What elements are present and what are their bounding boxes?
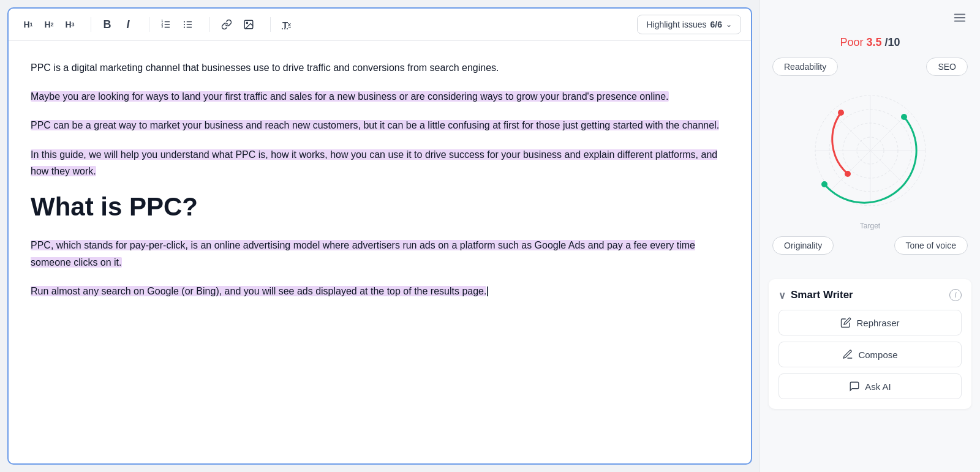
compose-label: Compose (858, 350, 897, 360)
highlighted-text-6: Run almost any search on Google (or Bing… (31, 286, 486, 296)
paragraph-6: Run almost any search on Google (or Bing… (31, 283, 729, 299)
ask-ai-label: Ask AI (865, 381, 891, 392)
media-group (216, 15, 259, 34)
score-section: Poor 3.5 /10 Readability SEO (760, 36, 980, 279)
smart-writer-title-group: ∨ Smart Writer (778, 289, 853, 301)
smart-writer-section: ∨ Smart Writer i Rephraser Compose Ask A… (769, 279, 971, 409)
list-group: 123 (156, 15, 198, 34)
toolbar-separator-1 (91, 17, 91, 32)
italic-button[interactable]: I (118, 15, 138, 34)
score-total: /10 (885, 36, 900, 48)
bold-button[interactable]: B (97, 15, 117, 34)
ordered-list-button[interactable]: 123 (156, 15, 176, 34)
radar-chart (803, 83, 938, 218)
svg-text:3: 3 (162, 25, 164, 28)
collapse-icon: ∨ (778, 290, 786, 301)
score-display: Poor 3.5 /10 (840, 36, 900, 49)
svg-point-9 (184, 21, 185, 22)
paragraph-3: PPC can be a great way to market your bu… (31, 117, 729, 133)
editor-panel: H1 H2 H3 B I 123 (7, 7, 752, 465)
sidebar-header (760, 0, 980, 36)
text-format-group: B I (97, 15, 138, 34)
h2-button[interactable]: H2 (39, 15, 59, 34)
highlight-count: 6/6 (710, 20, 722, 29)
heading-what-is-ppc: What is PPC? (31, 192, 729, 222)
toolbar-separator-4 (270, 17, 271, 32)
smart-writer-header: ∨ Smart Writer i (778, 289, 962, 301)
readability-pill[interactable]: Readability (772, 58, 838, 76)
info-icon: i (949, 289, 962, 301)
chevron-down-icon: ⌄ (726, 20, 732, 29)
paragraph-1: PPC is a digital marketing channel that … (31, 59, 729, 76)
paragraph-4: In this guide, we will help you understa… (31, 146, 729, 179)
editor-content-area[interactable]: PPC is a digital marketing channel that … (9, 41, 751, 463)
svg-point-27 (901, 114, 907, 120)
svg-point-28 (821, 181, 827, 187)
sidebar-menu-button[interactable] (951, 9, 969, 30)
h3-button[interactable]: H3 (60, 15, 80, 34)
highlight-issues-label: Highlight issues (646, 20, 706, 29)
originality-pill[interactable]: Originality (772, 236, 834, 255)
svg-point-26 (838, 110, 844, 116)
paragraph-2: Maybe you are looking for ways to land y… (31, 88, 729, 105)
heading-group: H1 H2 H3 (18, 15, 80, 34)
tone-of-voice-pill[interactable]: Tone of voice (894, 236, 968, 255)
ask-ai-button[interactable]: Ask AI (778, 373, 962, 399)
toolbar-separator-3 (209, 17, 210, 32)
target-label: Target (860, 222, 880, 230)
svg-point-13 (246, 22, 247, 23)
svg-point-11 (184, 26, 185, 28)
clear-format-button[interactable]: Tx (277, 15, 296, 34)
image-button[interactable] (238, 15, 259, 34)
highlighted-text-5: PPC, which stands for pay-per-click, is … (31, 240, 695, 267)
h1-button[interactable]: H1 (18, 15, 38, 34)
right-sidebar: Poor 3.5 /10 Readability SEO (760, 0, 980, 472)
score-quality-label: Poor (840, 36, 863, 48)
link-button[interactable] (216, 15, 237, 34)
svg-point-10 (184, 24, 185, 25)
seo-pill[interactable]: SEO (926, 58, 968, 76)
smart-writer-title-label: Smart Writer (791, 289, 853, 301)
rephraser-label: Rephraser (856, 318, 899, 328)
editor-toolbar: H1 H2 H3 B I 123 (9, 9, 751, 41)
highlighted-text-3: PPC can be a great way to market your bu… (31, 120, 719, 130)
rephraser-button[interactable]: Rephraser (778, 310, 962, 335)
svg-point-25 (845, 171, 851, 177)
highlighted-text-2: Maybe you are looking for ways to land y… (31, 91, 669, 102)
score-number: 3.5 (866, 36, 881, 48)
cursor (487, 287, 488, 296)
bottom-metrics-row: Originality Tone of voice (772, 236, 968, 255)
paragraph-5: PPC, which stands for pay-per-click, is … (31, 237, 729, 270)
highlight-issues-button[interactable]: Highlight issues 6/6 ⌄ (637, 15, 741, 34)
highlighted-text-4: In this guide, we will help you understa… (31, 149, 717, 176)
top-metrics-row: Readability SEO (772, 58, 968, 76)
compose-button[interactable]: Compose (778, 342, 962, 367)
unordered-list-button[interactable] (178, 15, 198, 34)
toolbar-separator-2 (149, 17, 149, 32)
